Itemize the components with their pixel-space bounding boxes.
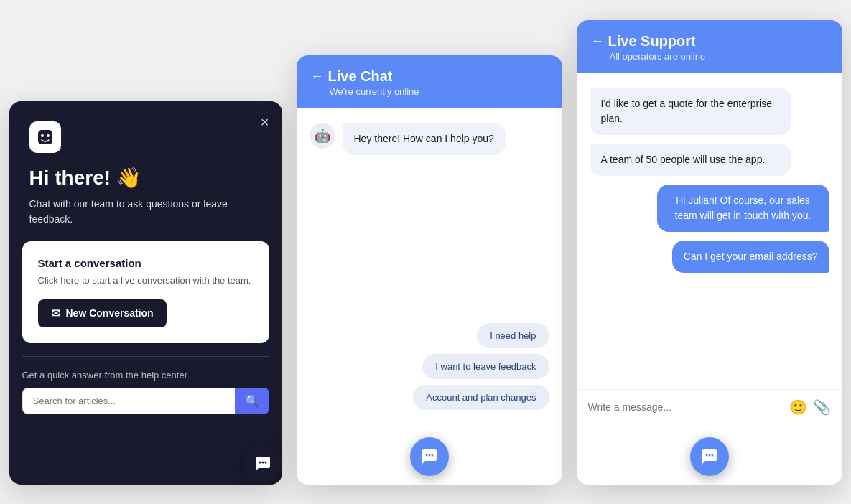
chat-input-area: 🙂 📎 bbox=[577, 389, 842, 424]
chat-fab[interactable] bbox=[243, 444, 282, 483]
received-msg-1: I'd like to get a quote for the enterpri… bbox=[590, 88, 791, 135]
widget-welcome: × Hi there! 👋 Chat with our team to ask … bbox=[9, 101, 282, 485]
sent-msg-2: Can I get your email address? bbox=[672, 241, 829, 273]
search-input[interactable] bbox=[22, 388, 235, 414]
bot-avatar: 🤖 bbox=[310, 123, 335, 149]
welcome-header: × Hi there! 👋 Chat with our team to ask … bbox=[9, 101, 282, 241]
search-label: Get a quick answer from the help center bbox=[22, 370, 269, 381]
live-support-header: ← Live Support All operators are online bbox=[577, 20, 842, 73]
widget-live-chat: ← Live Chat We're currently online 🤖 Hey… bbox=[297, 55, 562, 485]
live-chat-header: ← Live Chat We're currently online bbox=[297, 55, 562, 108]
card-title: Start a conversation bbox=[38, 257, 254, 269]
chip-feedback[interactable]: I want to leave feedback bbox=[422, 354, 549, 379]
widget-live-support: ← Live Support All operators are online … bbox=[577, 20, 842, 485]
svg-point-6 bbox=[425, 454, 427, 456]
greeting-sub: Chat with our team to ask questions or l… bbox=[29, 197, 262, 227]
svg-point-9 bbox=[705, 454, 707, 456]
attach-icon[interactable]: 📎 bbox=[813, 398, 831, 416]
svg-point-11 bbox=[711, 454, 713, 456]
svg-point-1 bbox=[41, 134, 44, 137]
start-conversation-card: Start a conversation Click here to start… bbox=[22, 241, 269, 343]
back-button-support[interactable]: ← bbox=[591, 34, 604, 49]
svg-point-3 bbox=[259, 461, 261, 463]
help-search-section: Get a quick answer from the help center … bbox=[22, 370, 269, 414]
chip-account[interactable]: Account and plan changes bbox=[413, 385, 549, 410]
greeting-title: Hi there! 👋 bbox=[29, 166, 262, 190]
svg-point-8 bbox=[431, 454, 433, 456]
live-chat-title: Live Chat bbox=[328, 68, 393, 85]
live-support-status: All operators are online bbox=[591, 51, 828, 62]
sent-msg-1: Hi Julian! Of course, our sales team wil… bbox=[657, 185, 829, 232]
sent-msg-row-1: Hi Julian! Of course, our sales team wil… bbox=[590, 185, 829, 232]
chat-fab-2[interactable] bbox=[410, 437, 449, 476]
svg-point-2 bbox=[47, 134, 50, 137]
chip-need-help[interactable]: I need help bbox=[477, 323, 549, 348]
scene: × Hi there! 👋 Chat with our team to ask … bbox=[9, 20, 842, 485]
search-row: 🔍 bbox=[22, 388, 269, 414]
suggestion-chips: I need help I want to leave feedback Acc… bbox=[310, 323, 549, 410]
emoji-icon[interactable]: 🙂 bbox=[789, 398, 807, 416]
message-input[interactable] bbox=[588, 401, 783, 413]
support-chat-body: I'd like to get a quote for the enterpri… bbox=[577, 73, 842, 389]
received-msg-2: A team of 50 people will use the app. bbox=[590, 144, 791, 176]
divider bbox=[22, 356, 269, 357]
chat-body: 🤖 Hey there! How can I help you? I need … bbox=[297, 108, 562, 424]
brand-logo bbox=[29, 121, 61, 153]
chat-fab-3[interactable] bbox=[690, 437, 729, 476]
fab-wrapper-3 bbox=[577, 424, 842, 485]
send-icon: ✉ bbox=[51, 307, 60, 320]
new-conversation-button[interactable]: ✉ New Conversation bbox=[38, 299, 167, 327]
live-support-title: Live Support bbox=[608, 33, 696, 50]
bot-message-bubble: Hey there! How can I help you? bbox=[343, 123, 506, 155]
bot-message-row: 🤖 Hey there! How can I help you? bbox=[310, 123, 549, 155]
fab-wrapper bbox=[9, 431, 282, 485]
card-sub: Click here to start a live conversation … bbox=[38, 274, 254, 288]
svg-point-4 bbox=[261, 461, 264, 463]
sent-msg-row-2: Can I get your email address? bbox=[590, 241, 829, 273]
svg-point-7 bbox=[428, 454, 430, 456]
search-icon: 🔍 bbox=[245, 395, 259, 407]
back-button[interactable]: ← bbox=[311, 69, 324, 84]
live-chat-status: We're currently online bbox=[311, 86, 548, 97]
svg-rect-0 bbox=[38, 130, 52, 144]
svg-point-5 bbox=[264, 461, 266, 463]
close-button[interactable]: × bbox=[261, 114, 269, 131]
svg-point-10 bbox=[708, 454, 710, 456]
fab-wrapper-2 bbox=[297, 424, 562, 485]
search-button[interactable]: 🔍 bbox=[235, 388, 269, 414]
